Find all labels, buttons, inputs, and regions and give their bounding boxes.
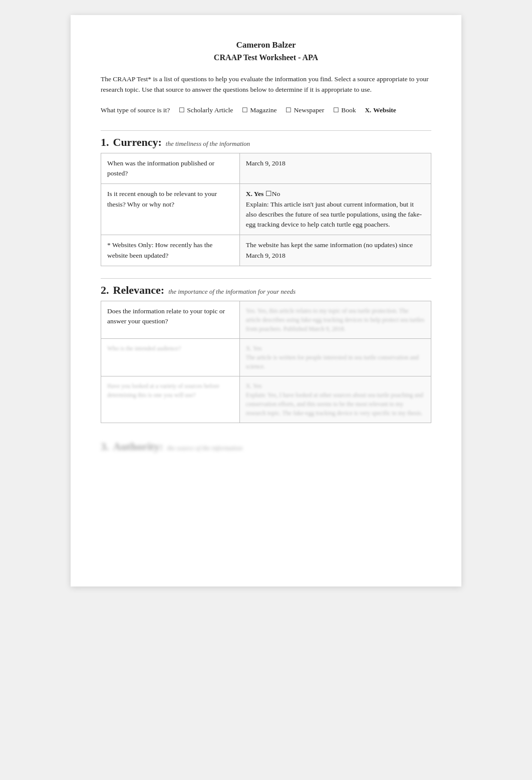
- relevance-title: Relevance:: [113, 284, 165, 297]
- newspaper-label: Newspaper: [294, 106, 324, 114]
- relevance-subtitle: the importance of the information for yo…: [168, 288, 296, 296]
- currency-q2: Is it recent enough to be relevant to yo…: [101, 184, 240, 235]
- source-newspaper[interactable]: ☐ Newspaper: [286, 106, 324, 114]
- page: Cameron Balzer CRAAP Test Worksheet - AP…: [71, 15, 461, 587]
- relevance-table: Does the information relate to your topi…: [101, 301, 431, 423]
- relevance-answer-2-blurred: X. YesThe article is written for people …: [246, 344, 425, 371]
- website-label: Website: [373, 106, 396, 114]
- currency-a1: March 9, 2018: [239, 153, 431, 184]
- relevance-answer-3-blurred: X. YesExplain: Yes, I have looked at oth…: [246, 381, 425, 418]
- relevance-q2: Who is the intended audience?: [101, 338, 240, 376]
- newspaper-checkbox[interactable]: ☐: [286, 106, 292, 114]
- section-currency-header: 1. Currency: the timeliness of the infor…: [101, 130, 431, 149]
- currency-subtitle: the timeliness of the information: [166, 140, 250, 148]
- currency-title: Currency:: [113, 136, 162, 149]
- currency-explain: Explain: This article isn't just about c…: [246, 201, 422, 229]
- currency-row-3: * Websites Only: How recently has the we…: [101, 235, 431, 266]
- source-website[interactable]: X. Website: [365, 106, 396, 114]
- relevance-row-2: Who is the intended audience? X. YesThe …: [101, 338, 431, 376]
- book-label: Book: [341, 106, 356, 114]
- authority-number: 3.: [101, 440, 109, 453]
- book-checkbox[interactable]: ☐: [333, 106, 339, 114]
- author-name: Cameron Balzer: [101, 40, 431, 50]
- authority-title: Authority:: [113, 440, 163, 453]
- page-header: Cameron Balzer CRAAP Test Worksheet - AP…: [101, 40, 431, 62]
- relevance-row-3: Have you looked at a variety of sources …: [101, 376, 431, 423]
- website-checkbox[interactable]: X.: [365, 106, 371, 114]
- relevance-q3-blurred: Have you looked at a variety of sources …: [107, 381, 233, 400]
- relevance-q3: Have you looked at a variety of sources …: [101, 376, 240, 423]
- currency-q3: * Websites Only: How recently has the we…: [101, 235, 240, 266]
- magazine-label: Magazine: [250, 106, 277, 114]
- relevance-a2: X. YesThe article is written for people …: [239, 338, 431, 376]
- currency-q1: When was the information published or po…: [101, 153, 240, 184]
- relevance-row-1: Does the information relate to your topi…: [101, 301, 431, 338]
- section-relevance-header: 2. Relevance: the importance of the info…: [101, 278, 431, 297]
- currency-a3: The website has kept the same informatio…: [239, 235, 431, 266]
- relevance-a1: Yes. Yes, this article relates to my top…: [239, 301, 431, 338]
- relevance-number: 2.: [101, 284, 109, 297]
- yes-mark: X. Yes: [246, 190, 264, 198]
- relevance-a3: X. YesExplain: Yes, I have looked at oth…: [239, 376, 431, 423]
- source-type-label: What type of source is it?: [101, 106, 170, 114]
- worksheet-title: CRAAP Test Worksheet - APA: [101, 53, 431, 62]
- no-option: ☐No: [265, 190, 281, 198]
- authority-subtitle: the source of the information: [167, 444, 242, 452]
- section-authority-header: 3. Authority: the source of the informat…: [101, 435, 431, 453]
- source-book[interactable]: ☐ Book: [333, 106, 356, 114]
- source-type-row: What type of source is it? ☐ Scholarly A…: [101, 106, 431, 114]
- scholarly-checkbox[interactable]: ☐: [179, 106, 185, 114]
- source-magazine[interactable]: ☐ Magazine: [242, 106, 277, 114]
- currency-row-1: When was the information published or po…: [101, 153, 431, 184]
- magazine-checkbox[interactable]: ☐: [242, 106, 248, 114]
- source-scholarly[interactable]: ☐ Scholarly Article: [179, 106, 233, 114]
- intro-text: The CRAAP Test* is a list of questions t…: [101, 74, 431, 95]
- relevance-q1: Does the information relate to your topi…: [101, 301, 240, 338]
- relevance-answer-1-blurred: Yes. Yes, this article relates to my top…: [246, 306, 425, 333]
- currency-table: When was the information published or po…: [101, 153, 431, 266]
- scholarly-label: Scholarly Article: [187, 106, 233, 114]
- relevance-q2-blurred: Who is the intended audience?: [107, 344, 233, 353]
- currency-number: 1.: [101, 136, 109, 149]
- currency-a2: X. Yes ☐No Explain: This article isn't j…: [239, 184, 431, 235]
- currency-row-2: Is it recent enough to be relevant to yo…: [101, 184, 431, 235]
